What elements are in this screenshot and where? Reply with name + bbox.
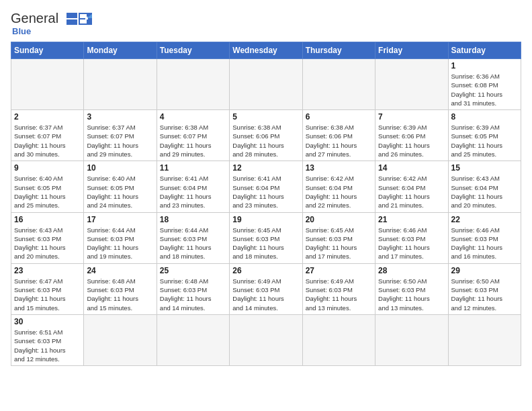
day-info: Sunrise: 6:47 AMSunset: 6:03 PMDaylight:… [14,277,81,312]
day-header-wednesday: Wednesday [230,42,302,59]
day-cell [302,314,375,365]
day-cell: 12Sunrise: 6:41 AMSunset: 6:04 PMDayligh… [230,161,302,212]
day-info: Sunrise: 6:48 AMSunset: 6:03 PMDaylight:… [160,277,226,312]
day-cell: 23Sunrise: 6:47 AMSunset: 6:03 PMDayligh… [11,263,84,314]
day-number: 7 [378,112,445,122]
day-number: 4 [160,112,226,122]
day-number: 16 [14,215,81,224]
day-cell [375,314,448,365]
logo-general-text: General [11,11,58,26]
day-number: 14 [378,163,445,173]
day-cell: 6Sunrise: 6:38 AMSunset: 6:06 PMDaylight… [302,110,375,161]
day-cell [84,59,157,110]
day-number: 18 [160,215,226,224]
day-info: Sunrise: 6:39 AMSunset: 6:06 PMDaylight:… [378,123,445,158]
day-header-sunday: Sunday [11,42,84,59]
day-cell: 24Sunrise: 6:48 AMSunset: 6:03 PMDayligh… [84,263,157,314]
day-cell: 14Sunrise: 6:42 AMSunset: 6:04 PMDayligh… [375,161,448,212]
day-cell: 13Sunrise: 6:42 AMSunset: 6:04 PMDayligh… [302,161,375,212]
calendar-container: General Blue SundayMondayTuesdayWednesda… [0,0,532,411]
day-info: Sunrise: 6:40 AMSunset: 6:05 PMDaylight:… [87,174,153,210]
day-info: Sunrise: 6:49 AMSunset: 6:03 PMDaylight:… [306,277,372,312]
day-cell [302,59,375,110]
day-cell: 11Sunrise: 6:41 AMSunset: 6:04 PMDayligh… [157,161,229,212]
svg-marker-0 [66,13,77,25]
header: General Blue [11,11,521,36]
week-row-4: 16Sunrise: 6:43 AMSunset: 6:03 PMDayligh… [11,212,521,263]
day-number: 9 [14,163,81,173]
day-number: 22 [451,215,518,224]
day-info: Sunrise: 6:43 AMSunset: 6:04 PMDaylight:… [451,174,518,210]
day-cell: 7Sunrise: 6:39 AMSunset: 6:06 PMDaylight… [375,110,448,161]
day-cell: 21Sunrise: 6:46 AMSunset: 6:03 PMDayligh… [375,212,448,263]
day-info: Sunrise: 6:49 AMSunset: 6:03 PMDaylight:… [232,277,299,312]
week-row-6: 30Sunrise: 6:51 AMSunset: 6:03 PMDayligh… [11,314,521,365]
calendar-table: SundayMondayTuesdayWednesdayThursdayFrid… [11,42,521,366]
day-cell: 19Sunrise: 6:45 AMSunset: 6:03 PMDayligh… [230,212,302,263]
day-info: Sunrise: 6:39 AMSunset: 6:05 PMDaylight:… [451,123,518,158]
week-row-5: 23Sunrise: 6:47 AMSunset: 6:03 PMDayligh… [11,263,521,314]
day-header-saturday: Saturday [448,42,521,59]
day-info: Sunrise: 6:45 AMSunset: 6:03 PMDaylight:… [232,226,299,261]
day-number: 3 [87,112,153,122]
day-info: Sunrise: 6:36 AMSunset: 6:08 PMDaylight:… [451,72,518,107]
day-number: 26 [232,266,299,275]
day-cell [11,59,84,110]
day-header-thursday: Thursday [302,42,375,59]
day-cell: 28Sunrise: 6:50 AMSunset: 6:03 PMDayligh… [375,263,448,314]
day-number: 11 [160,163,226,173]
week-row-3: 9Sunrise: 6:40 AMSunset: 6:05 PMDaylight… [11,161,521,212]
day-cell: 26Sunrise: 6:49 AMSunset: 6:03 PMDayligh… [230,263,302,314]
day-header-friday: Friday [375,42,448,59]
day-number: 28 [378,266,445,275]
day-info: Sunrise: 6:40 AMSunset: 6:05 PMDaylight:… [14,174,81,210]
day-info: Sunrise: 6:41 AMSunset: 6:04 PMDaylight:… [160,174,226,210]
day-cell: 2Sunrise: 6:37 AMSunset: 6:07 PMDaylight… [11,110,84,161]
day-info: Sunrise: 6:44 AMSunset: 6:03 PMDaylight:… [160,226,226,261]
day-info: Sunrise: 6:50 AMSunset: 6:03 PMDaylight:… [451,277,518,312]
day-cell [157,314,229,365]
day-info: Sunrise: 6:46 AMSunset: 6:03 PMDaylight:… [378,226,445,261]
day-number: 1 [451,61,518,71]
day-cell: 29Sunrise: 6:50 AMSunset: 6:03 PMDayligh… [448,263,521,314]
day-info: Sunrise: 6:51 AMSunset: 6:03 PMDaylight:… [14,328,81,363]
day-info: Sunrise: 6:41 AMSunset: 6:04 PMDaylight:… [232,174,299,210]
day-number: 19 [232,215,299,224]
day-number: 25 [160,266,226,275]
day-number: 21 [378,215,445,224]
day-number: 15 [451,163,518,173]
week-row-2: 2Sunrise: 6:37 AMSunset: 6:07 PMDaylight… [11,110,521,161]
day-cell: 10Sunrise: 6:40 AMSunset: 6:05 PMDayligh… [84,161,157,212]
day-info: Sunrise: 6:38 AMSunset: 6:06 PMDaylight:… [306,123,372,158]
day-info: Sunrise: 6:48 AMSunset: 6:03 PMDaylight:… [87,277,153,312]
day-number: 2 [14,112,81,122]
day-cell: 27Sunrise: 6:49 AMSunset: 6:03 PMDayligh… [302,263,375,314]
day-cell: 30Sunrise: 6:51 AMSunset: 6:03 PMDayligh… [11,314,84,365]
day-number: 5 [232,112,299,122]
logo: General Blue [11,11,93,36]
day-info: Sunrise: 6:37 AMSunset: 6:07 PMDaylight:… [14,123,81,158]
day-number: 29 [451,266,518,275]
day-number: 30 [14,317,81,326]
day-header-monday: Monday [84,42,157,59]
day-number: 23 [14,266,81,275]
day-number: 8 [451,112,518,122]
day-number: 24 [87,266,153,275]
day-header-tuesday: Tuesday [157,42,229,59]
day-cell: 8Sunrise: 6:39 AMSunset: 6:05 PMDaylight… [448,110,521,161]
day-info: Sunrise: 6:43 AMSunset: 6:03 PMDaylight:… [14,226,81,261]
day-cell: 16Sunrise: 6:43 AMSunset: 6:03 PMDayligh… [11,212,84,263]
day-info: Sunrise: 6:42 AMSunset: 6:04 PMDaylight:… [306,174,372,210]
day-cell [84,314,157,365]
day-number: 13 [306,163,372,173]
day-cell: 1Sunrise: 6:36 AMSunset: 6:08 PMDaylight… [448,59,521,110]
day-cell: 5Sunrise: 6:38 AMSunset: 6:06 PMDaylight… [230,110,302,161]
day-cell: 17Sunrise: 6:44 AMSunset: 6:03 PMDayligh… [84,212,157,263]
day-number: 12 [232,163,299,173]
day-cell: 3Sunrise: 6:37 AMSunset: 6:07 PMDaylight… [84,110,157,161]
day-number: 17 [87,215,153,224]
day-cell: 18Sunrise: 6:44 AMSunset: 6:03 PMDayligh… [157,212,229,263]
day-number: 20 [306,215,372,224]
day-cell [230,314,302,365]
logo-icon [61,11,93,26]
